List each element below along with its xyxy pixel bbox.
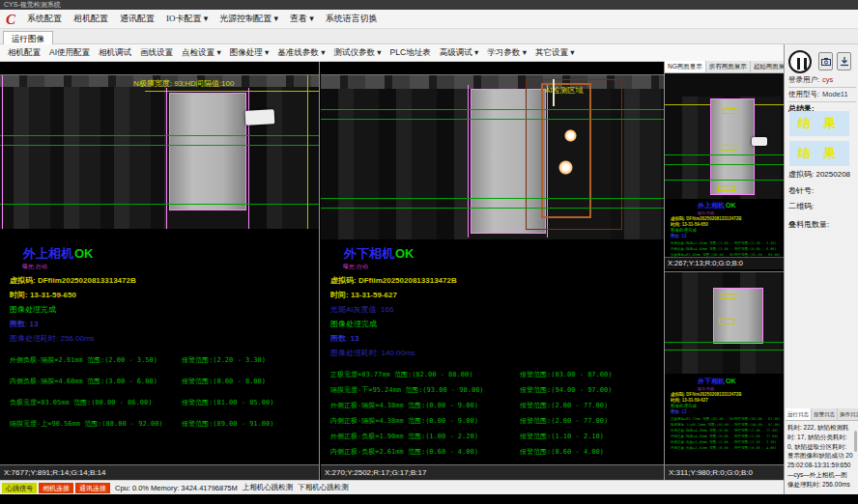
app-logo-icon: C [6,11,15,28]
pause-button[interactable] [788,50,812,73]
green-measure-line-1 [665,342,784,343]
preview-bottom-code: 虚拟码: DFfiim2025020813313472B [671,392,784,397]
left-pixel-coords: X:7677;Y:891;R:14;G:14;B:14 [0,464,319,480]
qr-code-label: 二维码: [788,201,856,211]
annotation-marker-2 [721,145,736,151]
log-tab-2[interactable]: 操作日志 [838,408,858,420]
tab-run-image[interactable]: 运行图像 [3,31,53,44]
preview-bottom-image[interactable] [665,271,784,374]
electrode-region [169,93,246,210]
ai-roi-label: AI检测区域 [545,85,584,96]
mid-measure-row-0: 正极宽度=83.77mm 范围:(82.00 - 88.00)报警范围:(83.… [330,370,664,379]
mid-turn-count: 圈数: 13 [330,333,664,344]
measure-text: 正极宽度=83.77mm 范围:(82.00 - 88.00) [671,417,734,421]
toolbar-item-3[interactable]: 画线设置 [140,47,173,59]
toolbar-item-1[interactable]: AI使用配置 [49,47,90,59]
preview-bottom-row-3: 内侧正极-隔膜=4.38mm 范围:(0.00 - 9.00)报警范围:(2.0… [671,434,784,438]
menu-item-3[interactable]: IO卡配置 ▾ [166,13,208,25]
machine-columns-left [321,89,468,239]
mid-measure-row-4: 外侧正极-负极=1.90mm 范围:(1.00 - 2.20)报警范围:(1.1… [330,432,664,441]
login-user-value: cys [822,75,833,84]
model-row: 使用型号:Mode11 [788,90,856,102]
toolbar-item-8[interactable]: PLC地址表 [390,47,431,59]
menu-item-2[interactable]: 通讯配置 [120,13,155,25]
preview-bottom-rows: 正极宽度=83.77mm 范围:(82.00 - 88.00)报警范围:(83.… [671,417,784,450]
left-time: 时间: 13-31-59-650 [10,290,319,300]
menu-item-6[interactable]: 系统语言切换 [326,13,378,25]
toolbar-item-11[interactable]: 其它设置 ▾ [535,47,575,59]
export-tool-button[interactable] [837,52,851,70]
log-text: 耗时: 222, 缺陷检测耗时: 17, 缺陷分类耗时: 0, 缺陷提取分区耗时… [787,423,853,492]
virtual-code-label: 虚拟码: [788,170,814,179]
annotation-marker-2 [719,319,734,324]
toolbar-item-9[interactable]: 高级调试 ▾ [440,47,479,59]
mid-camera-title: 外下相机OK [344,245,664,263]
tab-flag [245,109,275,126]
green-measure-line-4 [321,208,664,209]
menu-item-5[interactable]: 查看 ▾ [290,13,314,25]
left-exposure-note: 曝光:自动 [22,263,319,271]
log-tab-0[interactable]: 运行日志 [786,408,812,420]
alarm-range-text: 报警范围:(2.00 - 77.00) [734,434,784,438]
preview-top-turns: 圈数: 13 [671,234,784,238]
alarm-range-text: 报警范围:(89.00 - 91.00) [182,419,273,429]
mid-measure-row-5: 内侧正极-负极=2.61mm 范围:(0.60 - 4.00)报警范围:(0.6… [330,447,664,457]
preview-tab-0[interactable]: NG画面显示 [665,61,706,72]
camera-tool-button[interactable] [818,52,833,70]
preview-bottom-row-1: 隔膜宽度-下=95.24mm 范围:(93.00 - 98.00)报警范围:(9… [671,423,784,427]
camera-icon [821,57,831,67]
green-measure-line-3 [321,198,664,199]
preview-top-status: OK [726,202,736,209]
status-badge-2: 通讯连接 [75,483,110,493]
preview-top-note: 曝光:自动 [698,210,784,215]
toolbar-item-5[interactable]: 图像处理 ▾ [230,47,270,59]
left-camera-result-block: 外上相机OK 曝光:自动 虚拟码: DFfiim2025020813313472… [0,232,319,463]
preview-tab-1[interactable]: 所有画面展示 [706,61,751,72]
toolbar-item-7[interactable]: 测试仪参数 ▾ [333,47,381,59]
mid-camera-result-block: 外下相机OK 曝光:自动 虚拟码: DFfiim2025020813313472… [321,232,664,463]
toolbar-item-4[interactable]: 点检设置 ▾ [182,47,221,59]
measure-overlay-label: N极膜宽度: 93;HD间隔值:100 [133,78,234,89]
left-process-elapsed: 图像处理耗时: 256.00ms [10,333,319,344]
toolbar-item-6[interactable]: 基准线参数 ▾ [277,47,325,59]
menu-item-4[interactable]: 光源控制配置 ▾ [219,13,278,25]
alarm-range-text: 报警范围:(81.00 - 85.00) [182,398,273,407]
alarm-range-text: 报警范围:(1.10 - 2.10) [520,432,604,441]
left-process-done: 图像处理完成 [10,304,319,315]
mid-time: 时间: 13-31-59-627 [330,290,664,300]
preview-top-image[interactable] [665,73,784,199]
left-measure-row-1: 内侧负极-隔膜=4.60mm 范围:(3.00 - 6.00)报警范围:(0.0… [10,377,319,386]
preview-top-row-1: 内侧负极-隔膜=4.60mm 范围:(3.00 - 6.00)报警范围:(0.0… [671,247,784,251]
result-box-1: 结 果 [789,141,849,166]
model-value: Mode11 [822,90,848,98]
pink-edge-line-left [468,85,469,238]
virtual-code-row: 虚拟码: 20250208 [788,169,856,180]
menu-item-1[interactable]: 相机配置 [73,13,108,25]
mid-process-done: 图像处理完成 [330,319,664,329]
alarm-range-text: 报警范围:(0.60 - 4.00) [520,447,604,457]
annotation-marker-1 [721,294,736,299]
mid-pixel-coords: X:270;Y:2502;R:17;G:17;B:17 [321,464,664,480]
result-boxes: 结 果结 果 [785,111,849,166]
alarm-range-text: 报警范围:(2.00 - 77.00) [734,429,784,433]
toolbar-item-10[interactable]: 学习参数 ▾ [487,47,527,59]
pink-edge-line-left [166,88,167,229]
left-measure-rows: 外侧负极-隔膜=2.91mm 范围:(2.00 - 3.50)报警范围:(2.2… [10,355,319,429]
log-tab-1[interactable]: 报警日志 [812,408,838,420]
mid-camera-image[interactable]: AI检测区域 [321,74,664,239]
dark-band [665,73,784,97]
log-scrollbar[interactable] [854,431,857,452]
toolbar-item-2[interactable]: 相机调试 [99,47,131,59]
green-measure-line-1 [665,154,784,155]
left-camera-image[interactable]: N极膜宽度: 93;HD间隔值:100 [0,74,319,229]
menu-item-0[interactable]: 系统配置 [27,13,62,25]
weld-spark-1 [564,129,577,142]
toolbar-item-0[interactable]: 相机配置 [8,47,41,59]
green-measure-line-2 [665,350,784,350]
upper-camera-heartbeat: 上相机心跳检测 [243,483,294,492]
magenta-left-line [2,75,3,229]
preview-top-result-block: 外上相机OK 曝光:自动 虚拟码: DFfiim2025020813313472… [665,199,784,257]
preview-bottom-row-2: 外侧正极-隔膜=4.38mm 范围:(0.00 - 9.00)报警范围:(2.0… [671,429,784,433]
export-icon [840,57,849,67]
status-bar: 心跳信号相机连接通讯连接 Cpu: 0.0% Memory: 3424.4179… [0,480,784,494]
